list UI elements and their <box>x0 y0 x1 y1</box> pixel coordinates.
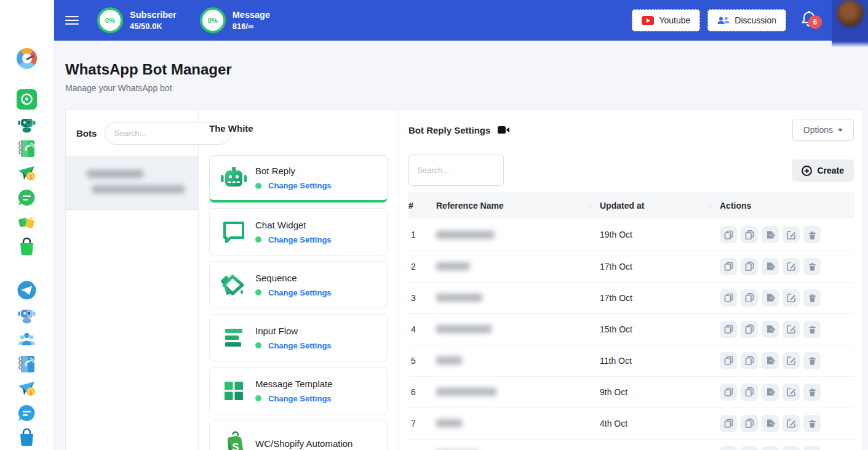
table-search-input[interactable] <box>408 155 504 186</box>
copy-button[interactable] <box>741 321 758 338</box>
broadcast-blue-icon[interactable]: 1 <box>17 379 37 399</box>
dashboard-gauge-icon[interactable] <box>17 48 37 68</box>
chat-widget-icon <box>219 217 249 247</box>
integrations-icon[interactable] <box>17 212 37 233</box>
bot-name-redacted <box>87 170 143 178</box>
setting-card-input-flow[interactable]: Input Flow Change Settings <box>209 314 388 361</box>
youtube-button[interactable]: Youtube <box>632 9 700 31</box>
delete-button[interactable] <box>803 321 821 338</box>
chat-blue-icon[interactable] <box>17 403 37 424</box>
row-number: 5 <box>408 345 436 376</box>
status-dot <box>255 236 261 243</box>
message-progress-ring: 0% <box>200 7 226 33</box>
clone-button[interactable] <box>720 384 737 401</box>
bot-reply-table: # Reference Name↑↓ Updated at↑↓ Actions … <box>408 192 854 450</box>
reference-name-redacted <box>436 419 462 427</box>
change-settings-link[interactable]: Change Settings <box>268 288 332 297</box>
create-button[interactable]: Create <box>792 159 854 182</box>
svg-text:1: 1 <box>29 388 32 395</box>
setting-card-bot-reply[interactable]: Bot Reply Change Settings <box>209 155 388 203</box>
setting-card-sequence[interactable]: Sequence Change Settings <box>209 261 388 308</box>
user-menu[interactable] <box>832 0 868 47</box>
delete-button[interactable] <box>803 226 821 243</box>
copy-button[interactable] <box>741 289 758 307</box>
updated-at: 11th Oct <box>600 345 720 376</box>
clone-button[interactable] <box>720 289 737 307</box>
export-button[interactable] <box>762 446 779 450</box>
shop-blue-icon[interactable] <box>17 428 37 448</box>
selected-bot-title: The White <box>209 123 388 134</box>
column-header-updated-at[interactable]: Updated at↑↓ <box>600 192 720 219</box>
edit-button[interactable] <box>782 446 800 450</box>
delete-button[interactable] <box>803 289 821 307</box>
clone-button[interactable] <box>720 258 737 275</box>
setting-card-wc-shopify[interactable]: S WC/Shopify Automation <box>209 420 388 450</box>
copy-button[interactable] <box>741 258 758 275</box>
delete-button[interactable] <box>803 352 821 369</box>
edit-button[interactable] <box>782 415 800 432</box>
whatsapp-icon[interactable] <box>17 89 37 110</box>
bot-list-item-selected[interactable] <box>66 156 198 210</box>
row-number: 6 <box>408 376 436 408</box>
edit-button[interactable] <box>782 384 800 401</box>
delete-button[interactable] <box>803 415 821 432</box>
delete-button[interactable] <box>803 384 821 401</box>
options-button[interactable]: Options <box>792 119 854 141</box>
export-button[interactable] <box>762 384 779 401</box>
video-tutorial-icon[interactable] <box>498 126 509 134</box>
copy-button[interactable] <box>741 352 758 369</box>
page-title: WhatsApp Bot Manager <box>65 61 232 78</box>
shop-green-icon[interactable] <box>17 237 37 257</box>
discussion-button[interactable]: Discussion <box>707 9 786 31</box>
column-header-actions: Actions <box>720 192 854 219</box>
change-settings-link[interactable]: Change Settings <box>268 394 332 403</box>
export-button[interactable] <box>762 226 779 243</box>
clone-button[interactable] <box>720 352 737 369</box>
copy-button[interactable] <box>741 415 758 432</box>
setting-card-chat-widget[interactable]: Chat Widget Change Settings <box>209 208 388 255</box>
copy-button[interactable] <box>741 226 758 243</box>
edit-button[interactable] <box>782 352 800 369</box>
menu-toggle-icon[interactable] <box>65 16 79 25</box>
contacts-blue-icon[interactable] <box>17 354 37 374</box>
export-button[interactable] <box>762 415 779 432</box>
clone-button[interactable] <box>720 226 737 243</box>
sort-icon[interactable]: ↑↓ <box>587 203 591 209</box>
delete-button[interactable] <box>803 446 821 450</box>
setting-card-message-template[interactable]: Message Template Change Settings <box>209 367 388 414</box>
notifications-bell-icon[interactable]: 6 <box>801 10 817 30</box>
bot-green-icon[interactable] <box>17 114 37 134</box>
table-row: 4 15th Oct <box>408 313 854 345</box>
edit-button[interactable] <box>782 289 800 307</box>
clone-button[interactable] <box>720 321 737 338</box>
column-header-reference-name[interactable]: Reference Name↑↓ <box>436 192 600 219</box>
change-settings-link[interactable]: Change Settings <box>268 341 332 350</box>
telegram-icon[interactable] <box>17 280 37 300</box>
edit-button[interactable] <box>782 226 800 243</box>
contacts-green-icon[interactable] <box>17 139 37 159</box>
change-settings-link[interactable]: Change Settings <box>268 235 332 244</box>
group-blue-icon[interactable] <box>17 329 37 350</box>
copy-button[interactable] <box>741 384 758 401</box>
edit-button[interactable] <box>782 258 800 275</box>
setting-label: Message Template <box>255 379 333 389</box>
clone-button[interactable] <box>720 446 737 450</box>
broadcast-green-icon[interactable]: 1 <box>17 163 37 183</box>
chat-green-icon[interactable] <box>17 188 37 208</box>
page-subtitle: Manage your WhatsApp bot <box>65 83 172 93</box>
subscriber-value: 45/50.0K <box>130 22 177 31</box>
delete-button[interactable] <box>803 258 821 275</box>
main-content: WhatsApp Bot Manager Manage your WhatsAp… <box>54 41 868 450</box>
export-button[interactable] <box>762 289 779 307</box>
sort-icon[interactable]: ↑↓ <box>707 203 711 209</box>
copy-button[interactable] <box>741 446 758 450</box>
clone-button[interactable] <box>720 415 737 432</box>
sequence-icon <box>219 270 249 300</box>
export-button[interactable] <box>762 321 779 338</box>
message-template-icon <box>219 376 249 406</box>
export-button[interactable] <box>762 258 779 275</box>
export-button[interactable] <box>762 352 779 369</box>
bot-blue-icon[interactable] <box>17 305 37 325</box>
edit-button[interactable] <box>782 321 800 338</box>
change-settings-link[interactable]: Change Settings <box>268 181 332 190</box>
